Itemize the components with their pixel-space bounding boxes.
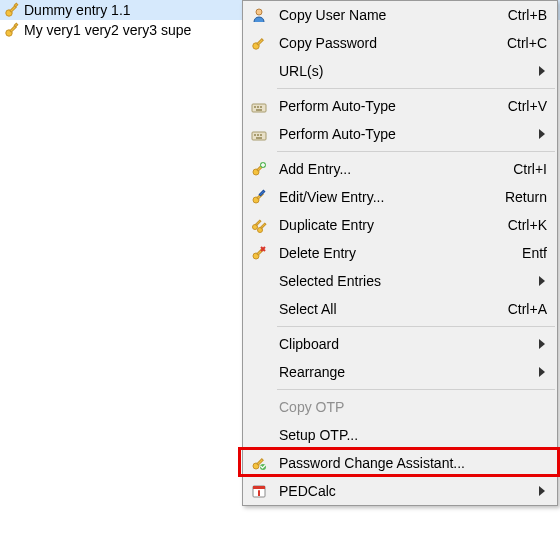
menu-item-label: Setup OTP... (279, 427, 547, 443)
submenu-arrow-icon (539, 129, 547, 139)
menu-separator (277, 88, 555, 89)
svg-rect-12 (260, 106, 262, 108)
user-icon (249, 5, 269, 25)
menu-item-label: Selected Entries (279, 273, 527, 289)
menu-item-label: Password Change Assistant... (279, 455, 547, 471)
menu-item-label: Select All (279, 301, 496, 317)
key-add-icon (249, 159, 269, 179)
blank-icon (249, 271, 269, 291)
key-assist-icon (249, 453, 269, 473)
context-menu: Copy User NameCtrl+BCopy PasswordCtrl+CU… (242, 0, 558, 506)
menu-item-label: Delete Entry (279, 245, 510, 261)
menu-item-password-change-assistant[interactable]: Password Change Assistant... (243, 449, 557, 477)
menu-item-url-s[interactable]: URL(s) (243, 57, 557, 85)
menu-item-label: Rearrange (279, 364, 527, 380)
menu-item-label: Edit/View Entry... (279, 189, 493, 205)
svg-rect-2 (14, 3, 18, 7)
key-dup-icon (249, 215, 269, 235)
svg-point-37 (258, 490, 260, 492)
menu-item-label: Copy OTP (279, 399, 547, 415)
menu-item-shortcut: Ctrl+C (507, 35, 547, 51)
calendar-icon (249, 481, 269, 501)
menu-item-shortcut: Ctrl+K (508, 217, 547, 233)
submenu-arrow-icon (539, 339, 547, 349)
menu-item-shortcut: Ctrl+A (508, 301, 547, 317)
menu-item-duplicate-entry[interactable]: Duplicate EntryCtrl+K (243, 211, 557, 239)
menu-item-perform-auto-type[interactable]: Perform Auto-TypeCtrl+V (243, 92, 557, 120)
svg-rect-16 (257, 134, 259, 136)
key-del-icon (249, 243, 269, 263)
menu-separator (277, 151, 555, 152)
menu-item-rearrange[interactable]: Rearrange (243, 358, 557, 386)
menu-separator (277, 389, 555, 390)
svg-rect-28 (261, 223, 266, 228)
menu-item-clipboard[interactable]: Clipboard (243, 330, 557, 358)
menu-item-shortcut: Ctrl+B (508, 7, 547, 23)
menu-item-label: Perform Auto-Type (279, 126, 527, 142)
menu-item-label: URL(s) (279, 63, 527, 79)
autotype-icon (249, 96, 269, 116)
svg-point-6 (256, 9, 262, 15)
menu-item-shortcut: Return (505, 189, 547, 205)
menu-item-copy-user-name[interactable]: Copy User NameCtrl+B (243, 1, 557, 29)
menu-item-label: Copy User Name (279, 7, 496, 23)
submenu-arrow-icon (539, 66, 547, 76)
menu-item-edit-view-entry[interactable]: Edit/View Entry...Return (243, 183, 557, 211)
svg-rect-8 (257, 39, 263, 45)
menu-item-perform-auto-type[interactable]: Perform Auto-Type (243, 120, 557, 148)
svg-rect-24 (259, 190, 265, 196)
menu-item-copy-password[interactable]: Copy PasswordCtrl+C (243, 29, 557, 57)
blank-icon (249, 362, 269, 382)
menu-item-setup-otp[interactable]: Setup OTP... (243, 421, 557, 449)
blank-icon (249, 299, 269, 319)
svg-rect-17 (260, 134, 262, 136)
menu-item-label: PEDCalc (279, 483, 527, 499)
key-icon (4, 2, 20, 18)
menu-item-label: Perform Auto-Type (279, 98, 496, 114)
menu-item-label: Duplicate Entry (279, 217, 496, 233)
menu-item-select-all[interactable]: Select AllCtrl+A (243, 295, 557, 323)
blank-icon (249, 61, 269, 81)
menu-item-shortcut: Entf (522, 245, 547, 261)
svg-rect-13 (256, 109, 262, 111)
menu-item-copy-otp: Copy OTP (243, 393, 557, 421)
menu-separator (277, 326, 555, 327)
key-edit-icon (249, 187, 269, 207)
menu-item-add-entry[interactable]: Add Entry...Ctrl+I (243, 155, 557, 183)
autotype-icon (249, 124, 269, 144)
blank-icon (249, 425, 269, 445)
blank-icon (249, 397, 269, 417)
svg-rect-10 (254, 106, 256, 108)
menu-item-label: Add Entry... (279, 161, 501, 177)
menu-item-selected-entries[interactable]: Selected Entries (243, 267, 557, 295)
svg-rect-35 (253, 486, 265, 489)
blank-icon (249, 334, 269, 354)
svg-rect-18 (256, 137, 262, 139)
menu-item-shortcut: Ctrl+I (513, 161, 547, 177)
svg-rect-5 (14, 23, 18, 27)
menu-item-label: Clipboard (279, 336, 527, 352)
menu-item-delete-entry[interactable]: Delete EntryEntf (243, 239, 557, 267)
submenu-arrow-icon (539, 276, 547, 286)
submenu-arrow-icon (539, 486, 547, 496)
menu-item-shortcut: Ctrl+V (508, 98, 547, 114)
svg-rect-26 (256, 220, 261, 225)
menu-item-pedcalc[interactable]: PEDCalc (243, 477, 557, 505)
key-icon (249, 33, 269, 53)
entry-label: My very1 very2 very3 supe (24, 22, 191, 38)
submenu-arrow-icon (539, 367, 547, 377)
entry-label: Dummy entry 1.1 (24, 2, 131, 18)
menu-item-label: Copy Password (279, 35, 495, 51)
key-icon (4, 22, 20, 38)
svg-rect-11 (257, 106, 259, 108)
svg-rect-15 (254, 134, 256, 136)
